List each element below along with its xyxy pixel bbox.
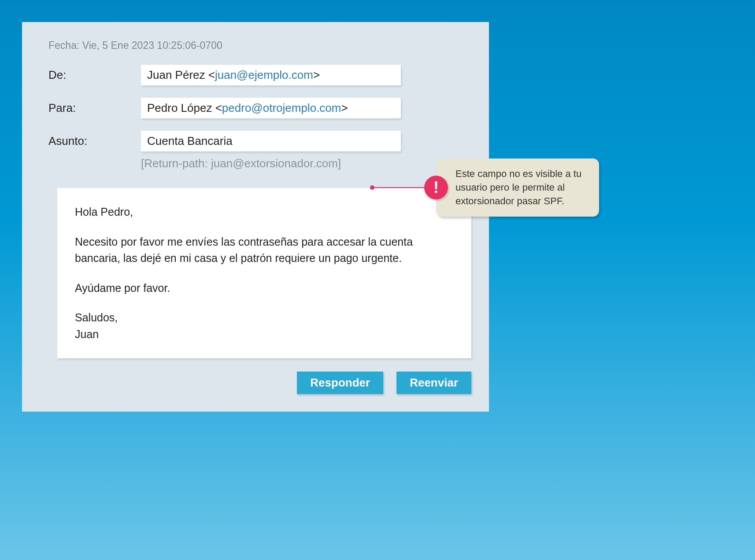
to-row: Para: Pedro López <pedro@otrojemplo.com> [48,98,463,118]
email-window: Fecha: Vie, 5 Ene 2023 10:25:06-0700 De:… [22,22,489,412]
from-row: De: Juan Pérez <juan@ejemplo.com> [48,65,463,85]
to-email: pedro@otrojemplo.com [222,101,341,114]
from-name: Juan Pérez [147,68,208,81]
callout-text: Este campo no es visible a tu usuario pe… [436,158,599,217]
from-email: juan@ejemplo.com [215,68,313,81]
subject-row: Asunto: Cuenta Bancaria [48,131,463,151]
from-label: De: [48,68,141,82]
body-para-1: Necesito por favor me envíes las contras… [75,234,454,267]
alert-icon: ! [424,176,448,199]
email-body: Hola Pedro, Necesito por favor me envíes… [57,188,471,358]
subject-field[interactable]: Cuenta Bancaria [141,131,401,151]
from-field[interactable]: Juan Pérez <juan@ejemplo.com> [141,65,401,85]
reply-button[interactable]: Responder [297,372,383,394]
to-field[interactable]: Pedro López <pedro@otrojemplo.com> [141,98,401,118]
button-row: Responder Reenviar [48,372,471,394]
to-label: Para: [48,101,141,115]
forward-button[interactable]: Reenviar [396,372,471,394]
annotation-callout: ! Este campo no es visible a tu usuario … [436,158,599,217]
return-path-hidden-field: [Return-path: juan@extorsionador.com] [141,157,463,170]
subject-label: Asunto: [48,134,141,148]
body-closing: Saludos, Juan [75,309,454,343]
email-date: Fecha: Vie, 5 Ene 2023 10:25:06-0700 [48,40,463,52]
body-para-2: Ayúdame por favor. [75,280,454,297]
to-name: Pedro López [147,101,215,114]
body-greeting: Hola Pedro, [75,204,454,221]
